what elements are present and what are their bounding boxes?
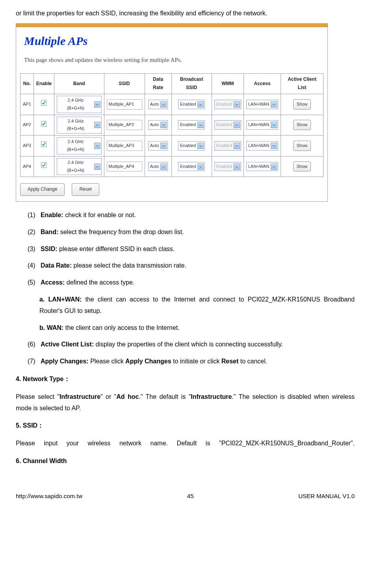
band-dropdown[interactable]: 2.4 GHz (B+G+N) <box>57 96 101 113</box>
data-rate-dropdown[interactable]: Auto <box>148 162 168 171</box>
multiple-aps-panel: Multiple APs This page shows and updates… <box>16 23 328 202</box>
item-6: (6) Active Client List: display the prop… <box>28 339 355 350</box>
item-2-text: select the frequency from the drop down … <box>58 229 184 235</box>
sec4-txt-e: ." The default is " <box>139 393 191 400</box>
panel-button-row: Apply Change Reset <box>16 181 327 201</box>
item-4: (4) Data Rate: please select the data tr… <box>28 260 355 272</box>
data-rate-dropdown[interactable]: Auto <box>148 120 168 130</box>
col-ssid: SSID <box>104 73 145 94</box>
sec4-txt-d: Ad hoc <box>116 393 139 400</box>
item-6-label: Active Client List: <box>41 341 94 348</box>
chevron-down-icon <box>234 143 240 149</box>
item-4-num: (4) <box>28 262 35 269</box>
item-5a: a. LAN+WAN: the client can access to the… <box>39 294 355 317</box>
item-2-label: Band: <box>41 229 58 235</box>
data-rate-dropdown[interactable]: Auto <box>148 141 168 151</box>
item-7-text-b: to initiate or click <box>171 358 221 365</box>
multiple-aps-table: No. Enable Band SSID Data Rate Broadcast… <box>20 73 324 177</box>
enable-checkbox[interactable] <box>33 136 54 156</box>
col-active-client-list: Active Client List <box>281 73 324 94</box>
row-no: AP3 <box>20 136 34 156</box>
item-4-label: Data Rate: <box>41 262 72 269</box>
chevron-down-icon <box>197 122 204 128</box>
band-dropdown[interactable]: 2.4 GHz (B+G+N) <box>57 117 101 134</box>
ssid-input[interactable]: Multiple_AP4 <box>107 162 142 172</box>
chevron-down-icon <box>271 101 277 108</box>
sec4-txt-f: Infrastructure <box>191 393 232 400</box>
item-3-text: please enter different SSID in each clas… <box>58 246 175 252</box>
sec4-txt-a: Please select " <box>16 393 59 400</box>
chevron-down-icon <box>94 122 100 128</box>
chevron-down-icon <box>271 122 277 128</box>
chevron-down-icon <box>197 143 204 149</box>
item-5-num: (5) <box>28 279 35 286</box>
item-7-text-a: Please click <box>89 358 125 365</box>
intro-paragraph: or limit the properties for each SSID, i… <box>16 8 355 19</box>
band-dropdown[interactable]: 2.4 GHz (B+G+N) <box>57 137 101 154</box>
access-dropdown[interactable]: LAN+WAN <box>246 120 278 130</box>
section-4-heading: 4. Network Type： <box>16 374 355 385</box>
item-7-apply: Apply Changes <box>125 358 171 365</box>
enable-checkbox[interactable] <box>33 115 54 136</box>
chevron-down-icon <box>94 101 100 108</box>
broadcast-ssid-dropdown[interactable]: Enabled <box>178 141 205 151</box>
section-6-heading: 6. Channel Width <box>16 456 355 467</box>
item-5-label: Access: <box>41 279 65 286</box>
ssid-input[interactable]: Multiple_AP3 <box>107 141 142 151</box>
chevron-down-icon <box>160 143 167 149</box>
chevron-down-icon <box>160 122 167 128</box>
ssid-input[interactable]: Multiple_AP1 <box>107 99 142 110</box>
show-button[interactable]: Show <box>293 120 311 130</box>
item-1-text: check it for enable or not. <box>63 212 136 218</box>
item-2-num: (2) <box>28 229 35 235</box>
reset-button[interactable]: Reset <box>72 183 99 196</box>
show-button[interactable]: Show <box>293 141 311 151</box>
col-data-rate: Data Rate <box>145 73 171 94</box>
sec4-txt-b: Infrastructure <box>59 393 100 400</box>
item-6-num: (6) <box>28 341 35 348</box>
band-dropdown[interactable]: 2.4 GHz (B+G+N) <box>57 158 101 175</box>
section-4-paragraph: Please select "Infrastructure" or "Ad ho… <box>16 391 355 414</box>
wmm-dropdown: Enabled <box>214 100 241 109</box>
enable-checkbox[interactable] <box>33 156 54 177</box>
show-button[interactable]: Show <box>293 99 311 110</box>
access-dropdown[interactable]: LAN+WAN <box>246 162 278 171</box>
chevron-down-icon <box>271 164 277 170</box>
access-dropdown[interactable]: LAN+WAN <box>246 100 278 109</box>
apply-change-button[interactable]: Apply Change <box>20 183 65 196</box>
page-footer: http://www.sapido.com.tw 45 USER MANUAL … <box>16 491 355 501</box>
col-band: Band <box>54 73 104 94</box>
col-wmm: WMM <box>212 73 244 94</box>
footer-url: http://www.sapido.com.tw <box>16 491 82 501</box>
table-row: AP42.4 GHz (B+G+N)Multiple_AP4AutoEnable… <box>20 156 324 177</box>
item-5b-label: b. WAN: <box>39 324 63 331</box>
data-rate-dropdown[interactable]: Auto <box>148 100 168 109</box>
item-5: (5) Access: defined the access type. <box>28 277 355 288</box>
access-dropdown[interactable]: LAN+WAN <box>246 141 278 151</box>
table-row: AP32.4 GHz (B+G+N)Multiple_AP3AutoEnable… <box>20 136 324 156</box>
item-3-num: (3) <box>28 246 35 252</box>
broadcast-ssid-dropdown[interactable]: Enabled <box>178 120 205 130</box>
wmm-dropdown: Enabled <box>214 162 241 171</box>
chevron-down-icon <box>271 143 277 149</box>
item-1-num: (1) <box>28 212 35 218</box>
item-5b: b. WAN: the client can only access to th… <box>39 322 355 334</box>
enable-checkbox[interactable] <box>33 94 54 115</box>
chevron-down-icon <box>94 164 100 170</box>
sec4-txt-c: " or " <box>100 393 116 400</box>
ssid-input[interactable]: Multiple_AP2 <box>107 120 142 130</box>
item-7-reset: Reset <box>221 358 239 365</box>
chevron-down-icon <box>197 164 204 170</box>
chevron-down-icon <box>160 101 167 108</box>
broadcast-ssid-dropdown[interactable]: Enabled <box>178 162 205 171</box>
wmm-dropdown: Enabled <box>214 141 241 151</box>
show-button[interactable]: Show <box>293 162 311 172</box>
panel-top-border <box>16 24 327 27</box>
panel-description: This page shows and updates the wireless… <box>16 53 327 73</box>
footer-page-number: 45 <box>187 491 194 501</box>
row-no: AP1 <box>20 94 34 115</box>
row-no: AP2 <box>20 115 34 136</box>
item-7-text-c: to cancel. <box>238 358 267 365</box>
section-5-paragraph: Please input your wireless network name.… <box>16 438 355 449</box>
broadcast-ssid-dropdown[interactable]: Enabled <box>178 100 205 109</box>
